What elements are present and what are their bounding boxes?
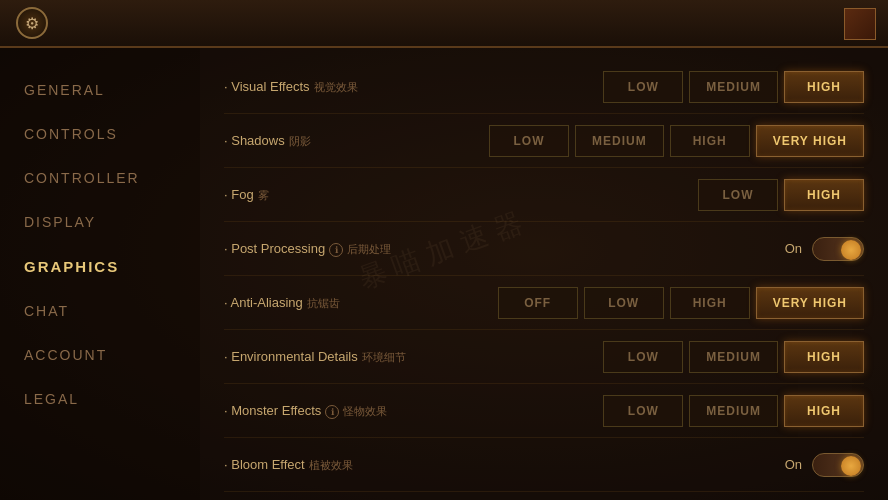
setting-label-monster-effects: · Monster Effectsℹ怪物效果	[224, 403, 464, 419]
label-sub-bloom-effect: 植被效果	[309, 459, 353, 471]
titlebar: ⚙	[0, 0, 888, 48]
quality-btn-monster-effects-low[interactable]: Low	[603, 395, 683, 427]
setting-controls-environmental-details: LowMediumHigh	[464, 341, 864, 373]
setting-controls-monster-effects: LowMediumHigh	[464, 395, 864, 427]
quality-btn-anti-aliasing-off[interactable]: Off	[498, 287, 578, 319]
sidebar-item-graphics[interactable]: GRAPHICS	[0, 244, 200, 289]
setting-label-shadows: · Shadows阴影	[224, 133, 464, 149]
close-button[interactable]	[844, 8, 876, 40]
quality-btn-anti-aliasing-very-high[interactable]: Very High	[756, 287, 864, 319]
quality-btn-visual-effects-low[interactable]: Low	[603, 71, 683, 103]
setting-label-fog: · Fog雾	[224, 187, 464, 203]
setting-row-fog: · Fog雾LowHigh	[224, 168, 864, 222]
label-main: · Fog	[224, 187, 254, 202]
label-sub-monster-effects: 怪物效果	[343, 405, 387, 417]
label-main: · Environmental Details	[224, 349, 358, 364]
sidebar-item-legal[interactable]: LEGAL	[0, 377, 200, 421]
setting-controls-visual-effects: LowMediumHigh	[464, 71, 864, 103]
quality-btn-shadows-high[interactable]: High	[670, 125, 750, 157]
setting-row-post-processing: · Post Processingℹ后期处理On	[224, 222, 864, 276]
quality-btn-shadows-medium[interactable]: Medium	[575, 125, 664, 157]
label-sub-post-processing: 后期处理	[347, 243, 391, 255]
toggle-label-bloom-effect: On	[785, 457, 802, 472]
toggle-container-bloom-effect: On	[785, 453, 864, 477]
setting-label-environmental-details: · Environmental Details环境细节	[224, 349, 464, 365]
label-main: · Visual Effects	[224, 79, 310, 94]
quality-btn-visual-effects-medium[interactable]: Medium	[689, 71, 778, 103]
toggle-thumb-post-processing	[841, 240, 861, 260]
quality-btn-shadows-low[interactable]: Low	[489, 125, 569, 157]
settings-icon: ⚙	[16, 7, 48, 39]
sidebar: GENERALCONTROLSCONTROLLERDISPLAYGRAPHICS…	[0, 48, 200, 500]
sidebar-item-controls[interactable]: CONTROLS	[0, 112, 200, 156]
setting-row-shadows: · Shadows阴影LowMediumHighVery High	[224, 114, 864, 168]
quality-btn-environmental-details-high[interactable]: High	[784, 341, 864, 373]
setting-row-environmental-details: · Environmental Details环境细节LowMediumHigh	[224, 330, 864, 384]
sidebar-item-display[interactable]: DISPLAY	[0, 200, 200, 244]
quality-btn-visual-effects-high[interactable]: High	[784, 71, 864, 103]
sidebar-item-account[interactable]: ACCOUNT	[0, 333, 200, 377]
setting-controls-bloom-effect: On	[464, 453, 864, 477]
setting-row-anti-aliasing: · Anti-Aliasing抗锯齿OffLowHighVery High	[224, 276, 864, 330]
setting-controls-post-processing: On	[464, 237, 864, 261]
label-sub-shadows: 阴影	[289, 135, 311, 147]
setting-row-visual-effects: · Visual Effects视觉效果LowMediumHigh	[224, 60, 864, 114]
sidebar-item-general[interactable]: GENERAL	[0, 68, 200, 112]
quality-btn-anti-aliasing-low[interactable]: Low	[584, 287, 664, 319]
quality-btn-monster-effects-medium[interactable]: Medium	[689, 395, 778, 427]
label-main: · Post Processing	[224, 241, 325, 256]
quality-btn-monster-effects-high[interactable]: High	[784, 395, 864, 427]
info-icon-post-processing[interactable]: ℹ	[329, 243, 343, 257]
info-icon-monster-effects[interactable]: ℹ	[325, 405, 339, 419]
label-sub-environmental-details: 环境细节	[362, 351, 406, 363]
label-sub-anti-aliasing: 抗锯齿	[307, 297, 340, 309]
sidebar-item-chat[interactable]: CHAT	[0, 289, 200, 333]
setting-label-anti-aliasing: · Anti-Aliasing抗锯齿	[224, 295, 464, 311]
toggle-label-post-processing: On	[785, 241, 802, 256]
setting-row-monster-effects: · Monster Effectsℹ怪物效果LowMediumHigh	[224, 384, 864, 438]
quality-btn-environmental-details-low[interactable]: Low	[603, 341, 683, 373]
setting-controls-shadows: LowMediumHighVery High	[464, 125, 864, 157]
label-main: · Shadows	[224, 133, 285, 148]
quality-btn-anti-aliasing-high[interactable]: High	[670, 287, 750, 319]
toggle-post-processing[interactable]	[812, 237, 864, 261]
quality-btn-fog-low[interactable]: Low	[698, 179, 778, 211]
label-main: · Anti-Aliasing	[224, 295, 303, 310]
label-main: · Bloom Effect	[224, 457, 305, 472]
label-sub-visual-effects: 视觉效果	[314, 81, 358, 93]
label-sub-fog: 雾	[258, 189, 269, 201]
quality-btn-fog-high[interactable]: High	[784, 179, 864, 211]
toggle-bloom-effect[interactable]	[812, 453, 864, 477]
setting-label-bloom-effect: · Bloom Effect植被效果	[224, 457, 464, 473]
setting-controls-fog: LowHigh	[464, 179, 864, 211]
setting-row-bloom-effect: · Bloom Effect植被效果On	[224, 438, 864, 492]
toggle-container-post-processing: On	[785, 237, 864, 261]
settings-window: ⚙ GENERALCONTROLSCONTROLLERDISPLAYGRAPHI…	[0, 0, 888, 500]
setting-label-post-processing: · Post Processingℹ后期处理	[224, 241, 464, 257]
main-content: · Visual Effects视觉效果LowMediumHigh· Shado…	[200, 48, 888, 500]
sidebar-item-controller[interactable]: CONTROLLER	[0, 156, 200, 200]
setting-label-visual-effects: · Visual Effects视觉效果	[224, 79, 464, 95]
quality-btn-environmental-details-medium[interactable]: Medium	[689, 341, 778, 373]
label-main: · Monster Effects	[224, 403, 321, 418]
quality-btn-shadows-very-high[interactable]: Very High	[756, 125, 864, 157]
toggle-thumb-bloom-effect	[841, 456, 861, 476]
setting-controls-anti-aliasing: OffLowHighVery High	[464, 287, 864, 319]
